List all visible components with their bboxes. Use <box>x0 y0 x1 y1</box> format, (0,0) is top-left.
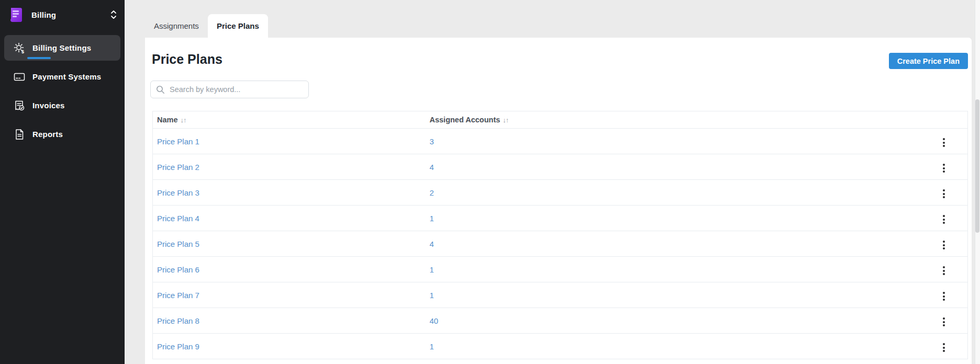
assigned-accounts-link[interactable]: 1 <box>430 214 434 223</box>
plan-name-link[interactable]: Price Plan 6 <box>157 265 199 274</box>
sidebar: Billing $ Billing Settings <box>0 0 125 364</box>
sidebar-item-billing-settings[interactable]: $ Billing Settings <box>4 35 120 61</box>
plan-name-link[interactable]: Price Plan 4 <box>157 214 199 223</box>
sidebar-nav: $ Billing Settings Payment Systems <box>0 35 125 149</box>
table-row: Price Plan 1 3 <box>153 129 968 154</box>
search-input[interactable] <box>170 85 303 94</box>
unfold-chevron-icon[interactable] <box>110 9 117 20</box>
table-row: Price Plan 5 4 <box>153 231 968 257</box>
plan-name-link[interactable]: Price Plan 9 <box>157 342 199 351</box>
page-title: Price Plans <box>152 51 222 67</box>
search-icon <box>156 85 165 94</box>
plan-name-link[interactable]: Price Plan 2 <box>157 163 199 172</box>
tab-price-plans[interactable]: Price Plans <box>208 14 268 38</box>
table-row: Price Plan 2 4 <box>153 154 968 180</box>
table-row: Price Plan 7 1 <box>153 282 968 308</box>
assigned-accounts-link[interactable]: 4 <box>430 240 434 248</box>
plan-name-link[interactable]: Price Plan 3 <box>157 188 199 197</box>
row-menu-kebab-icon[interactable] <box>939 238 949 252</box>
sidebar-item-reports[interactable]: Reports <box>4 120 120 149</box>
row-menu-kebab-icon[interactable] <box>939 315 949 329</box>
row-menu-kebab-icon[interactable] <box>939 264 949 278</box>
row-menu-kebab-icon[interactable] <box>939 187 949 201</box>
sort-arrows-icon: ↓↑ <box>503 116 508 124</box>
column-header-actions <box>939 111 968 129</box>
price-plans-card: Price Plans Create Price Plan Name↓↑ Ass… <box>145 38 972 364</box>
create-price-plan-button[interactable]: Create Price Plan <box>889 53 968 69</box>
tab-assignments[interactable]: Assignments <box>145 14 208 38</box>
app-title: Billing <box>31 10 56 19</box>
column-header-name[interactable]: Name↓↑ <box>153 111 430 129</box>
row-menu-kebab-icon[interactable] <box>939 135 949 150</box>
plan-name-link[interactable]: Price Plan 7 <box>157 291 199 300</box>
active-item-underline <box>27 57 51 59</box>
assigned-accounts-link[interactable]: 3 <box>430 137 434 146</box>
row-menu-kebab-icon[interactable] <box>939 340 949 355</box>
report-document-icon <box>13 128 26 141</box>
price-plans-table: Name↓↑ Assigned Accounts↓↑ Price Plan 1 … <box>152 111 968 359</box>
plan-name-link[interactable]: Price Plan 1 <box>157 137 199 146</box>
sort-arrows-icon: ↓↑ <box>181 116 186 124</box>
sidebar-item-payment-systems[interactable]: Payment Systems <box>4 62 120 91</box>
table-row: Price Plan 8 40 <box>153 308 968 334</box>
table-header-row: Name↓↑ Assigned Accounts↓↑ <box>153 111 968 129</box>
sidebar-item-label: Payment Systems <box>32 72 101 81</box>
table-row: Price Plan 4 1 <box>153 206 968 231</box>
sidebar-header: Billing <box>0 0 125 29</box>
vertical-scrollbar-thumb[interactable] <box>975 99 979 233</box>
assigned-accounts-link[interactable]: 2 <box>430 188 434 197</box>
gear-dollar-icon: $ <box>13 42 26 54</box>
column-header-assigned-accounts[interactable]: Assigned Accounts↓↑ <box>430 111 939 129</box>
table-row: Price Plan 9 1 <box>153 334 968 359</box>
sidebar-item-label: Billing Settings <box>32 43 91 52</box>
table-row: Price Plan 6 1 <box>153 257 968 282</box>
assigned-accounts-link[interactable]: 1 <box>430 265 434 274</box>
assigned-accounts-link[interactable]: 40 <box>430 316 439 325</box>
table-row: Price Plan 3 2 <box>153 180 968 206</box>
assigned-accounts-link[interactable]: 1 <box>430 291 434 300</box>
row-menu-kebab-icon[interactable] <box>939 161 949 175</box>
credit-card-icon <box>13 71 26 83</box>
tab-bar: Assignments Price Plans <box>145 14 268 38</box>
row-menu-kebab-icon[interactable] <box>939 289 949 303</box>
row-menu-kebab-icon[interactable] <box>939 212 949 226</box>
sidebar-item-label: Reports <box>32 130 63 139</box>
search-box <box>150 81 309 98</box>
billing-app-logo-icon <box>8 6 25 24</box>
svg-text:$: $ <box>21 49 24 54</box>
vertical-scrollbar-track[interactable] <box>975 0 980 364</box>
invoice-check-icon <box>13 99 26 112</box>
sidebar-item-invoices[interactable]: Invoices <box>4 91 120 120</box>
sidebar-item-label: Invoices <box>32 101 65 110</box>
assigned-accounts-link[interactable]: 4 <box>430 163 434 172</box>
plan-name-link[interactable]: Price Plan 5 <box>157 240 199 248</box>
assigned-accounts-link[interactable]: 1 <box>430 342 434 351</box>
plan-name-link[interactable]: Price Plan 8 <box>157 316 199 325</box>
